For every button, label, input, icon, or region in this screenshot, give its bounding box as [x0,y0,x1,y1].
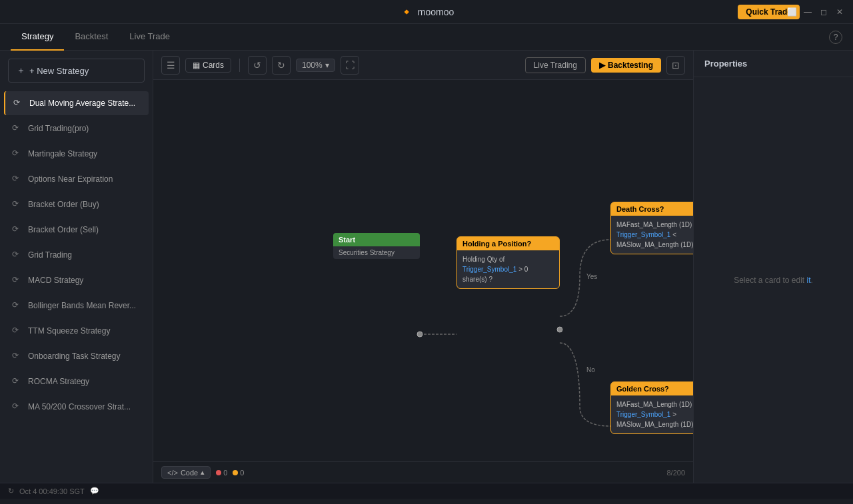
close-icon[interactable]: ✕ [834,7,845,17]
sidebar-item-options-expiry[interactable]: ⟳ Options Near Expiration [4,167,149,191]
sidebar-item-bracket-buy[interactable]: ⟳ Bracket Order (Buy) [4,192,149,216]
top-nav: Strategy Backtest Live Trade ? [0,24,853,51]
code-icon: </> [167,469,178,477]
strategy-icon: ⟳ [12,224,23,235]
start-node-body: Securities Strategy [333,246,420,259]
death-cross-node[interactable]: Death Cross? MAFast_MA_Length (1D) of Tr… [610,202,693,254]
golden-cross-header: Golden Cross? [611,382,693,395]
zoom-control[interactable]: 100% ▾ [296,59,335,72]
bottom-bar: </> Code ▴ 0 0 8/200 [153,461,693,483]
golden-cross-node[interactable]: Golden Cross? MAFast_MA_Length (1D) of T… [610,381,693,434]
sidebar-item-martingale[interactable]: ⟳ Martingale Strategy [4,142,149,166]
title-bar: 🔸 moomoo Quick Trade ⬜ — ◻ ✕ [0,0,853,24]
window-controls: ⬜ — ◻ ✕ [786,7,845,17]
strategy-icon: ⟳ [12,376,23,387]
error-dot-orange [233,470,238,475]
new-strategy-button[interactable]: ＋ + New Strategy [8,59,145,83]
holding-symbol-link[interactable]: Trigger_Symbol_1 [462,266,516,273]
strategy-icon: ⟳ [12,351,23,362]
strategy-icon: ⟳ [12,174,23,184]
tab-backtest[interactable]: Backtest [64,24,119,51]
strategy-icon: ⟳ [12,199,23,210]
backtesting-button[interactable]: ▶ Backtesting [591,58,661,73]
strategy-icon: ⟳ [12,123,23,134]
logo-icon: 🔸 [399,5,414,19]
plus-icon: ＋ [17,65,25,77]
sidebar: ＋ + New Strategy ⟳ Dual Moving Average S… [0,51,153,483]
canvas-content[interactable]: Yes No Yes Yes Start Securities Strategy… [153,80,693,461]
app-logo: 🔸 moomoo [399,5,454,19]
code-button[interactable]: </> Code ▴ [161,466,211,479]
holding-node-body: Holding Qty of Trigger_Symbol_1 > 0 shar… [457,250,559,288]
holding-node-header: Holding a Position? [457,237,559,250]
undo-button[interactable]: ↺ [248,56,267,75]
status-datetime: Oct 4 00:49:30 SGT [19,487,85,495]
toggle-sidebar-button[interactable]: ☰ [161,56,180,75]
main-layout: ＋ + New Strategy ⟳ Dual Moving Average S… [0,51,853,483]
page-count: 8/200 [666,469,685,477]
canvas-area: ☰ ▦ Cards ↺ ↻ 100% ▾ ⛶ Live Trading ▶ Ba… [153,51,693,483]
error-dot-red [216,470,221,475]
minimize-icon[interactable]: — [802,7,813,17]
properties-title: Properties [694,51,853,77]
holding-node[interactable]: Holding a Position? Holding Qty of Trigg… [456,236,560,289]
sidebar-item-grid-trading[interactable]: ⟳ Grid Trading [4,243,149,267]
golden-symbol-link[interactable]: Trigger_Symbol_1 [616,411,670,418]
sidebar-item-bollinger[interactable]: ⟳ Bollinger Bands Mean Rever... [4,294,149,318]
separator [239,59,240,72]
strategy-icon: ⟳ [12,148,23,159]
death-symbol-link[interactable]: Trigger_Symbol_1 [616,231,670,238]
chevron-down-icon: ▾ [325,61,329,70]
redo-button[interactable]: ↻ [272,56,291,75]
live-trading-button[interactable]: Live Trading [525,57,586,73]
tab-strategy[interactable]: Strategy [11,24,64,51]
strategy-icon: ⟳ [12,300,23,311]
sidebar-item-ma50200[interactable]: ⟳ MA 50/200 Crossover Strat... [4,395,149,419]
warning-badge: 0 [233,469,244,477]
start-node[interactable]: Start Securities Strategy [333,233,420,259]
strategy-icon: ⟳ [12,250,23,260]
cards-button[interactable]: ▦ Cards [185,58,231,73]
help-icon[interactable]: ? [829,31,842,44]
sidebar-item-bracket-sell[interactable]: ⟳ Bracket Order (Sell) [4,218,149,242]
conn-label-no1: No [586,366,595,374]
svg-point-4 [557,327,562,332]
strategy-icon: ⟳ [12,326,23,336]
share-icon[interactable]: ⬜ [786,7,797,17]
tab-live-trade[interactable]: Live Trade [119,24,181,51]
app-name: moomoo [418,7,454,17]
properties-content: Select a card to edit it. [694,77,853,483]
svg-point-3 [417,332,423,337]
strategy-icon: ⟳ [12,401,23,412]
sidebar-item-dual-ma[interactable]: ⟳ Dual Moving Average Strate... [4,91,149,115]
canvas-toolbar: ☰ ▦ Cards ↺ ↻ 100% ▾ ⛶ Live Trading ▶ Ba… [153,51,693,80]
chat-icon: 💬 [90,487,99,495]
chevron-up-icon: ▴ [201,468,205,477]
sidebar-item-rocma[interactable]: ⟳ ROCMA Strategy [4,370,149,393]
restore-icon[interactable]: ◻ [818,7,829,17]
fit-screen-button[interactable]: ⛶ [341,56,359,75]
golden-cross-body: MAFast_MA_Length (1D) of Trigger_Symbol_… [611,395,693,433]
death-cross-body: MAFast_MA_Length (1D) of Trigger_Symbol_… [611,216,693,254]
settings-button[interactable]: ⊡ [666,56,685,75]
status-bar: ↻ Oct 4 00:49:30 SGT 💬 [0,483,853,499]
strategy-icon: ⟳ [13,98,24,109]
error-badge: 0 [216,469,227,477]
conn-label-yes1: Yes [586,273,597,280]
sidebar-item-macd[interactable]: ⟳ MACD Strategy [4,268,149,292]
strategy-icon: ⟳ [12,275,23,286]
sidebar-item-onboarding[interactable]: ⟳ Onboarding Task Strategy [4,344,149,368]
death-cross-header: Death Cross? [611,202,693,216]
sidebar-item-ttm[interactable]: ⟳ TTM Squeeze Strategy [4,319,149,343]
sidebar-item-grid-pro[interactable]: ⟳ Grid Trading(pro) [4,117,149,140]
start-node-header: Start [333,233,420,246]
cards-icon: ▦ [193,61,200,70]
properties-edit-link[interactable]: it [807,276,811,285]
properties-panel: Properties Select a card to edit it. [693,51,853,483]
play-icon: ▶ [599,61,605,70]
refresh-icon: ↻ [8,487,14,495]
